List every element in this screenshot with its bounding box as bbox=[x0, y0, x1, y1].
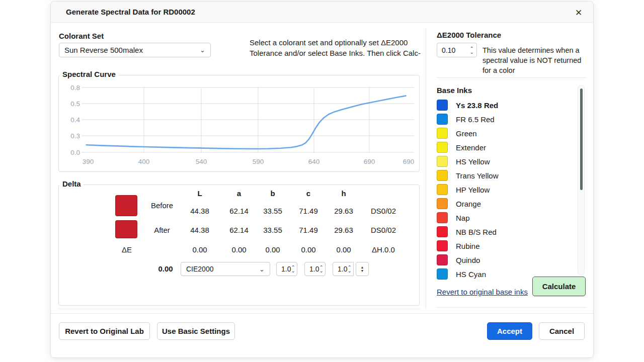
delta-method-select[interactable]: CIE2000 ⌄ bbox=[181, 262, 270, 276]
ink-name: Green bbox=[456, 129, 477, 138]
before-color-swatch bbox=[115, 195, 137, 216]
delta-a: 0.00 bbox=[221, 245, 257, 254]
after-illuminant: DS0/02 bbox=[361, 226, 406, 234]
before-c: 71.49 bbox=[291, 207, 326, 215]
tolerance-value: 0.10 bbox=[442, 46, 455, 54]
chevron-down-icon: ⌄ bbox=[200, 46, 205, 54]
col-header-b: b bbox=[255, 189, 290, 198]
base-ink-item[interactable]: Nap bbox=[437, 211, 568, 225]
base-ink-item[interactable]: Extender bbox=[437, 140, 568, 154]
calculate-button[interactable]: Calculate bbox=[532, 277, 586, 296]
x-axis-tick-label: 640 bbox=[308, 158, 320, 165]
scrollbar-thumb[interactable] bbox=[580, 88, 583, 190]
after-L: 44.38 bbox=[182, 226, 217, 234]
base-ink-item[interactable]: HS Yellow bbox=[437, 154, 568, 168]
extra-stepper[interactable]: ▲▼ bbox=[356, 262, 369, 276]
x-axis-tick-label: 540 bbox=[196, 158, 207, 165]
x-axis-tick-label: 690 bbox=[364, 158, 375, 165]
ink-name: HS Cyan bbox=[456, 270, 486, 279]
instruction-text: Select a colorant set and optionally set… bbox=[250, 37, 421, 58]
ink-name: NB B/S Red bbox=[456, 228, 497, 236]
ink-color-swatch bbox=[437, 100, 448, 111]
pane-divider bbox=[426, 28, 426, 309]
base-ink-item[interactable]: Orange bbox=[437, 197, 568, 211]
before-row-label: Before bbox=[144, 201, 180, 210]
after-row-label: After bbox=[144, 226, 180, 234]
revert-base-inks-link[interactable]: Revert to original base inks bbox=[437, 288, 528, 296]
ink-color-swatch bbox=[437, 184, 448, 195]
delta-c: 0.00 bbox=[291, 245, 326, 254]
x-axis-tick-label: 390 bbox=[83, 158, 94, 165]
x-axis-tick-label: 690 bbox=[403, 158, 415, 165]
accept-button[interactable]: Accept bbox=[487, 322, 532, 340]
dialog-title: Generate Spectral Data for RD00002 bbox=[66, 8, 195, 16]
before-b: 33.55 bbox=[255, 207, 290, 215]
tolerance-spinner[interactable]: 0.10 ⌃⌄ bbox=[437, 43, 477, 57]
spectral-curve-group: Spectral Curve 0.80.50.40.30.03904005405… bbox=[58, 75, 420, 172]
chevron-down-icon: ⌄ bbox=[259, 265, 265, 273]
delta-e-total: 0.00 bbox=[149, 264, 182, 273]
cancel-button[interactable]: Cancel bbox=[539, 322, 585, 340]
before-a: 62.14 bbox=[221, 207, 257, 215]
tolerance-help-text: This value determines when a spectral va… bbox=[482, 45, 581, 75]
y-axis-tick-label: 0.4 bbox=[70, 116, 80, 124]
x-axis-tick-label: 590 bbox=[253, 158, 264, 165]
ink-color-swatch bbox=[437, 254, 448, 265]
footer-separator bbox=[51, 313, 593, 314]
ink-color-swatch bbox=[437, 170, 448, 181]
ink-color-swatch bbox=[437, 114, 448, 125]
base-ink-item[interactable]: FR 6.5 Red bbox=[437, 112, 568, 126]
base-ink-item[interactable]: NB B/S Red bbox=[437, 225, 568, 239]
ink-color-swatch bbox=[437, 226, 448, 237]
after-c: 71.49 bbox=[291, 226, 326, 234]
base-inks-label: Base Inks bbox=[437, 86, 472, 95]
base-inks-list: Ys 23.8 RedFR 6.5 RedGreenExtenderHS Yel… bbox=[437, 98, 573, 283]
colorant-set-select[interactable]: Sun Reverse 500malex ⌄ bbox=[59, 43, 211, 57]
base-ink-item[interactable]: Quindo bbox=[437, 253, 568, 267]
base-inks-scrollbar[interactable] bbox=[578, 85, 585, 276]
factor-l-value: 1.0 bbox=[281, 265, 291, 273]
after-h: 29.63 bbox=[326, 226, 361, 234]
ink-color-swatch bbox=[437, 268, 448, 280]
col-header-c: c bbox=[291, 189, 326, 198]
close-icon[interactable]: ✕ bbox=[571, 5, 586, 20]
base-ink-item[interactable]: Green bbox=[437, 126, 568, 140]
ink-name: Ys 23.8 Red bbox=[456, 101, 498, 110]
after-color-swatch bbox=[115, 220, 137, 238]
spinner-arrows-icon[interactable]: ⌃⌄ bbox=[347, 265, 351, 273]
ink-color-swatch bbox=[437, 212, 448, 223]
y-axis-tick-label: 0.8 bbox=[70, 84, 80, 92]
after-b: 33.55 bbox=[255, 226, 290, 234]
factor-c-spinner[interactable]: 1.0 ⌃⌄ bbox=[304, 262, 326, 276]
stepper-arrows-icon[interactable]: ▲▼ bbox=[361, 265, 364, 273]
cutoff-group-line bbox=[58, 309, 420, 309]
delta-b: 0.00 bbox=[255, 245, 290, 254]
base-ink-item[interactable]: HP Yellow bbox=[437, 183, 568, 197]
spinner-arrows-icon[interactable]: ⌃⌄ bbox=[291, 265, 295, 273]
base-ink-item[interactable]: Rubine bbox=[437, 239, 568, 253]
base-ink-item[interactable]: Ys 23.8 Red bbox=[437, 98, 568, 112]
revert-original-lab-button[interactable]: Revert to Original Lab bbox=[59, 322, 150, 340]
spinner-arrows-icon[interactable]: ⌃⌄ bbox=[470, 47, 474, 54]
generate-spectral-dialog: Generate Spectral Data for RD00002 ✕ Col… bbox=[50, 1, 594, 358]
ink-name: Nap bbox=[456, 214, 470, 222]
factor-l-spinner[interactable]: 1.0 ⌃⌄ bbox=[276, 262, 297, 276]
factor-h-spinner[interactable]: 1.0 ⌃⌄ bbox=[333, 262, 354, 276]
after-a: 62.14 bbox=[221, 226, 257, 234]
ink-color-swatch bbox=[437, 128, 448, 139]
before-L: 44.38 bbox=[182, 207, 217, 215]
divider bbox=[437, 307, 587, 308]
before-h: 29.63 bbox=[326, 207, 361, 215]
col-header-h: h bbox=[326, 189, 361, 198]
colorant-set-value: Sun Reverse 500malex bbox=[64, 46, 143, 54]
base-ink-item[interactable]: Trans Yellow bbox=[437, 168, 568, 183]
before-illuminant: DS0/02 bbox=[361, 207, 406, 215]
y-axis-tick-label: 0.5 bbox=[70, 100, 80, 108]
ink-name: Rubine bbox=[456, 242, 480, 250]
ink-color-swatch bbox=[437, 142, 448, 153]
col-header-L: L bbox=[182, 189, 217, 198]
ink-name: Quindo bbox=[456, 256, 480, 264]
use-basic-settings-button[interactable]: Use Basic Settings bbox=[157, 322, 235, 340]
x-axis-tick-label: 400 bbox=[138, 158, 150, 165]
spinner-arrows-icon[interactable]: ⌃⌄ bbox=[319, 265, 323, 273]
